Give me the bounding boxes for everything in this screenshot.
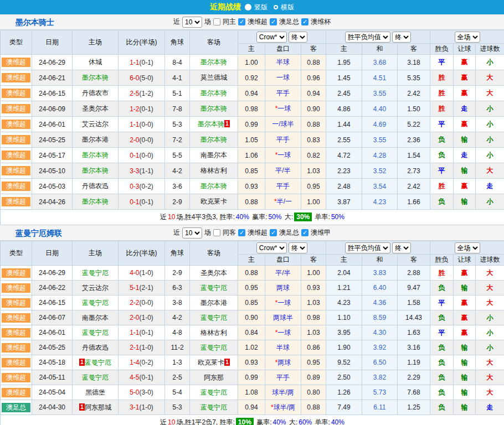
away-team: 墨尔本骑: [200, 58, 227, 66]
corner-score: 5-3: [165, 117, 190, 132]
avg-sub-header-0: 主: [326, 255, 362, 266]
avg-lose-odds: 1.19: [398, 355, 430, 370]
handicap-text: 一/球半: [272, 120, 294, 128]
horizontal-radio-label[interactable]: 横版: [281, 3, 294, 12]
full-time-score: 5-0: [130, 388, 139, 396]
league-cell: 澳维超: [1, 101, 32, 117]
half-time-score: (0-1): [140, 198, 153, 206]
crow-away-odds: 0.86: [301, 340, 326, 355]
horizontal-radio-icon[interactable]: [274, 5, 278, 9]
home-team: 蓝曼宁厄: [82, 269, 109, 277]
full-match-select[interactable]: 全场: [455, 242, 480, 253]
home-team: 艾云达尔: [82, 120, 109, 128]
league-badge: 澳维超: [2, 298, 30, 308]
league-badge: 澳维超: [2, 151, 30, 160]
result-handicap: 赢: [454, 266, 476, 281]
full-match-select[interactable]: 全场: [455, 32, 480, 43]
summary-part: 50%: [269, 213, 282, 221]
avg-odds-select[interactable]: 胜平负均值: [345, 32, 390, 43]
league-checkbox-label-2[interactable]: 澳维杯: [311, 17, 331, 27]
league-checkbox-label-1[interactable]: 澳足总: [279, 17, 299, 27]
avg-draw-odds: 3.52: [362, 163, 398, 179]
final-avg-select[interactable]: 终: [392, 32, 411, 43]
league-checkbox-label-0[interactable]: 澳维超: [248, 228, 268, 237]
result-handicap: 赢: [454, 55, 476, 70]
league-checkbox-1[interactable]: [270, 18, 277, 25]
handicap-text: 两球: [277, 359, 291, 366]
avg-lose-odds: 2.42: [398, 179, 430, 194]
bookmaker-select[interactable]: Crow*: [256, 32, 287, 43]
avg-lose-odds: 3.16: [398, 340, 430, 355]
table-row: 澳维超24-05-03丹德农迅0-3(0-2)3-6墨尔本骑0.93平手0.95…: [1, 179, 504, 194]
avg-draw-odds: 6.40: [362, 281, 398, 296]
same-venue-checkbox[interactable]: [213, 229, 220, 236]
away-team-name: 墨尔本骑: [200, 105, 227, 112]
league-checkbox-label-0[interactable]: 澳维超: [248, 17, 268, 27]
away-team-name: 墨尔本骑: [200, 182, 227, 190]
full-time-score: 2-0: [130, 136, 139, 144]
match-date: 24-05-18: [32, 355, 73, 370]
league-checkbox-2[interactable]: [301, 18, 308, 25]
crow-away-odds: 1.03: [301, 296, 326, 310]
col-header-4: 角球: [165, 241, 190, 266]
home-team-cell: 墨尔本骑: [73, 194, 119, 210]
crow-home-odds: 0.92: [238, 70, 265, 86]
col-header-5: 客场: [190, 30, 238, 55]
result-wdl: 胜: [430, 101, 454, 117]
final-avg-select[interactable]: 终: [392, 242, 411, 253]
home-team-name: 蓝曼宁厄: [85, 359, 111, 366]
result-wdl: 负: [430, 194, 454, 210]
avg-draw-odds: 4.40: [362, 101, 398, 117]
same-venue-label[interactable]: 同客: [223, 228, 236, 237]
match-date: 24-06-01: [32, 117, 73, 132]
header-row-groups: 类型日期主场比分(半场)角球客场Crow* 终胜平负均值 终全场: [1, 241, 504, 255]
league-checkbox-1[interactable]: [270, 229, 277, 236]
same-venue-label[interactable]: 同主: [223, 17, 236, 27]
result-handicap: 输: [454, 355, 476, 370]
crow-home-odds: 0.99: [238, 370, 265, 385]
home-team-cell: 墨尔本骑: [73, 70, 119, 86]
home-team-cell: 墨尔本港: [73, 132, 119, 148]
avg-lose-odds: 5.22: [398, 117, 430, 132]
score-cell: 4-0(1-0): [119, 266, 165, 281]
handicap-cell: 两球半: [265, 310, 301, 325]
handicap-cell: 平手: [265, 179, 301, 194]
away-team: 莫兰德城: [200, 74, 227, 81]
half-time-score: (1-0): [140, 344, 153, 351]
final-odds-select[interactable]: 终: [289, 32, 307, 43]
league-cell: 澳维超: [1, 325, 32, 340]
full-time-score: 0-1: [130, 152, 139, 159]
handicap-cell: 一球: [265, 70, 301, 86]
match-date: 24-05-04: [32, 385, 73, 400]
league-cell: 澳维超: [1, 55, 32, 70]
avg-win-odds: 9.52: [326, 355, 362, 370]
home-team-name: 墨尔本港: [82, 136, 109, 143]
vertical-radio-label[interactable]: 竖版: [254, 3, 268, 12]
avg-odds-select[interactable]: 胜平负均值: [345, 242, 390, 253]
result-handicap: 输: [454, 132, 476, 148]
league-checkbox-label-1[interactable]: 澳足总: [279, 228, 299, 237]
league-checkbox-2[interactable]: [301, 229, 308, 236]
league-checkbox-0[interactable]: [238, 18, 245, 25]
bookmaker-select[interactable]: Crow*: [256, 242, 287, 253]
recent-label: 近: [173, 17, 180, 27]
table-row: 澳足总24-04-301阿东那城3-1(1-0)5-3蓝曼宁厄0.94*球半/两…: [1, 400, 504, 415]
handicap-cell: *一球: [265, 148, 301, 163]
away-team-cell: 墨尔本骑1: [190, 117, 238, 132]
recent-games-select[interactable]: 10: [182, 17, 202, 28]
avg-lose-odds: 9.47: [398, 281, 430, 296]
result-wdl: 负: [430, 355, 454, 370]
corner-score: 5-4: [165, 385, 190, 400]
avg-sub-header-1: 和: [362, 255, 398, 266]
corner-score: 4-8: [165, 325, 190, 340]
vertical-radio-icon[interactable]: [245, 4, 251, 11]
away-team-name: 格林古利: [200, 329, 227, 336]
team-title: 墨尔本骑士: [16, 14, 54, 30]
recent-games-select[interactable]: 10: [182, 227, 202, 239]
score-cell: 2-2(0-0): [119, 296, 165, 310]
same-venue-checkbox[interactable]: [213, 18, 220, 25]
league-checkbox-label-2[interactable]: 澳维甲: [311, 228, 331, 237]
league-checkbox-0[interactable]: [238, 229, 245, 236]
result-handicap: 赢: [454, 117, 476, 132]
final-odds-select[interactable]: 终: [289, 242, 307, 253]
